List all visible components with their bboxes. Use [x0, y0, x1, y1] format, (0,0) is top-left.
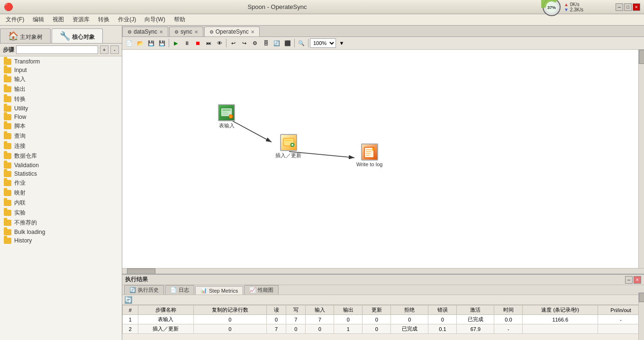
right-panel: ⚙ dataSync ✕ ⚙ sync ✕ ⚙ OperateSync ✕ 📄 …: [122, 26, 644, 340]
tree-item-datawarehouse[interactable]: 数据仓库: [0, 151, 122, 161]
refresh-button[interactable]: 🔄: [272, 38, 282, 48]
step-button[interactable]: ⏭: [203, 38, 214, 48]
zoom-dropdown-button[interactable]: ▼: [336, 38, 347, 48]
settings-button[interactable]: ⚙: [250, 38, 260, 48]
undo-button[interactable]: ↩: [228, 38, 238, 48]
tree-item-experiment[interactable]: 实验: [0, 208, 122, 218]
canvas-scrollbar-bottom[interactable]: [122, 268, 644, 274]
tab-main-object-tree[interactable]: 🏠 主对象树: [0, 28, 51, 43]
svg-rect-8: [222, 109, 231, 111]
bottom-minimize-button[interactable]: ─: [625, 276, 633, 284]
tree-item-flow[interactable]: Flow: [0, 113, 122, 121]
folder-icon: [4, 106, 11, 112]
tree-item-query[interactable]: 查询: [0, 131, 122, 141]
zoom-fit-button[interactable]: 🔍: [296, 38, 307, 48]
tab-close-sync[interactable]: ✕: [194, 29, 198, 35]
align-button[interactable]: ⬛: [282, 38, 293, 48]
tab-icon: 📈: [249, 287, 256, 293]
close-button[interactable]: ✕: [633, 3, 640, 11]
separator: [294, 39, 295, 47]
tree-item-shuuru[interactable]: 输入: [0, 74, 122, 84]
folder-icon: [4, 180, 11, 186]
tab-operatesync[interactable]: ⚙ OperateSync ✕: [204, 27, 260, 36]
cell-active: 67.9: [457, 324, 494, 334]
col-update: 更新: [363, 305, 391, 315]
tree-item-transform[interactable]: Transform: [0, 57, 122, 66]
bottom-scrollbar-right[interactable]: [638, 293, 644, 340]
steps-search-input[interactable]: [16, 45, 98, 54]
tree-item-validation[interactable]: Validation: [0, 161, 122, 170]
open-button[interactable]: 📂: [135, 38, 145, 48]
folder-icon: [4, 190, 11, 196]
tree-item-inline[interactable]: 内联: [0, 198, 122, 208]
collapse-button[interactable]: -: [110, 45, 119, 54]
tree-item-job[interactable]: 作业: [0, 178, 122, 188]
redo-button[interactable]: ↪: [239, 38, 249, 48]
tree-item-history[interactable]: History: [0, 236, 122, 245]
titlebar-controls: ─ □ ✕: [616, 3, 640, 11]
scrollbar-thumb[interactable]: [639, 50, 644, 64]
canvas-scrollbar-right[interactable]: [638, 50, 644, 274]
tab-close-datasync[interactable]: ✕: [159, 29, 163, 35]
node-label-writetolog: Write to log: [356, 161, 382, 167]
app-logo: 🔴: [4, 2, 13, 11]
stop-button[interactable]: ⏹: [192, 38, 203, 48]
tree-item-statistics[interactable]: Statistics: [0, 170, 122, 178]
tab-performance-chart[interactable]: 📈 性能图: [244, 285, 279, 295]
zoom-select[interactable]: 100% 50% 75% 125% 150% 200%: [310, 38, 336, 48]
cell-step-name: 表输入: [138, 315, 193, 324]
menu-transform[interactable]: 转换: [94, 15, 113, 25]
preview-button[interactable]: 👁: [214, 38, 225, 48]
tab-sync[interactable]: ⚙ sync ✕: [169, 27, 203, 36]
tab-datasync[interactable]: ⚙ dataSync ✕: [122, 27, 168, 36]
results-table: # 步骤名称 复制的记录行数 读 写 输入 输出 更新 拒绝 错误 激活: [122, 305, 644, 340]
col-copy-records: 复制的记录行数: [193, 305, 266, 315]
node-tabinput[interactable]: 表输入: [218, 104, 235, 129]
bottom-panel: 执行结果 ─ ✕ 🔄 执行历史 📄 日志: [122, 274, 644, 340]
tree-item-output[interactable]: 输出: [0, 84, 122, 94]
folder-icon: [4, 220, 11, 226]
db-button[interactable]: 🗄: [261, 38, 271, 48]
separator: [308, 39, 308, 47]
new-button[interactable]: 📄: [124, 38, 135, 48]
node-writetolog[interactable]: Write to log: [356, 143, 382, 167]
tab-step-metrics[interactable]: 📊 Step Metrics: [195, 286, 243, 295]
bottom-close-button[interactable]: ✕: [634, 276, 641, 284]
tree-item-deprecated[interactable]: 不推荐的: [0, 218, 122, 228]
pause-button[interactable]: ⏸: [181, 38, 192, 48]
net-stats: ▲ 0K/s ▼ 2.3K/s: [564, 2, 583, 12]
save-button[interactable]: 💾: [146, 38, 156, 48]
saveas-button[interactable]: 💾: [157, 38, 167, 48]
tree-item-connect[interactable]: 连接: [0, 141, 122, 151]
tree-item-script[interactable]: 脚本: [0, 121, 122, 131]
menu-view[interactable]: 视图: [49, 15, 68, 25]
cell-error: 0: [428, 315, 457, 324]
scrollbar-thumb-h[interactable]: [127, 268, 155, 274]
menu-job[interactable]: 作业(J): [114, 15, 140, 25]
cell-speed: 1166.6: [523, 315, 598, 324]
tab-log[interactable]: 📄 日志: [165, 285, 194, 295]
menu-edit[interactable]: 编辑: [29, 15, 48, 25]
tree-item-input[interactable]: Input: [0, 66, 122, 74]
tree-list: Transform Input 输入 输出 转换 Utility: [0, 56, 122, 340]
col-input: 输入: [306, 305, 334, 315]
col-read: 读: [266, 305, 286, 315]
node-insert[interactable]: 插入／更新: [275, 134, 301, 159]
tab-core-object[interactable]: 🔧 核心对象: [52, 28, 102, 43]
expand-button[interactable]: +: [100, 45, 109, 54]
maximize-button[interactable]: □: [624, 3, 632, 11]
menu-file[interactable]: 文件(F): [2, 15, 28, 25]
minimize-button[interactable]: ─: [616, 3, 623, 11]
run-button[interactable]: ▶: [171, 38, 181, 48]
menu-resources[interactable]: 资源库: [69, 15, 93, 25]
menu-wizard[interactable]: 向导(W): [141, 15, 169, 25]
tree-item-zhuanhuan[interactable]: 转换: [0, 94, 122, 104]
tree-item-bulkloading[interactable]: Bulk loading: [0, 228, 122, 236]
bottom-scrollbar-thumb[interactable]: [639, 293, 644, 302]
tab-execution-history[interactable]: 🔄 执行历史: [124, 285, 164, 295]
cell-copy: 0: [193, 315, 266, 324]
menu-help[interactable]: 帮助: [170, 15, 189, 25]
tab-close-operatesync[interactable]: ✕: [251, 29, 254, 35]
tree-item-utility[interactable]: Utility: [0, 104, 122, 113]
tree-item-mapping[interactable]: 映射: [0, 188, 122, 198]
